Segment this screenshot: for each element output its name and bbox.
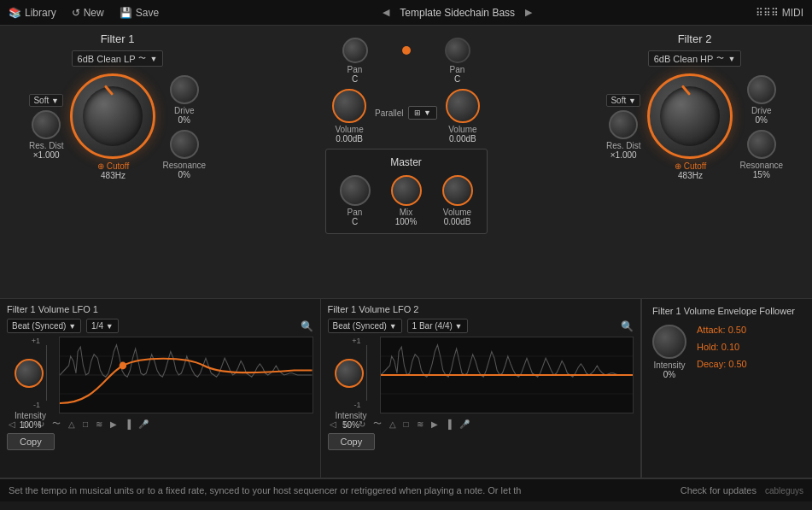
filter1-type-dropdown[interactable]: 6dB Clean LP 〜 ▼ (72, 50, 164, 67)
filter2-pan-value: C (454, 74, 460, 84)
lfo1-intensity-knob[interactable] (15, 359, 44, 388)
parallel-dropdown[interactable]: ⊞ ▼ (408, 106, 436, 120)
lfo2-triangle-icon[interactable]: △ (388, 419, 398, 430)
env-intensity-value: 0% (663, 370, 675, 379)
filter2-resonance-knob[interactable] (747, 130, 776, 159)
next-template-icon[interactable]: ▶ (525, 7, 532, 18)
env-panel: Filter 1 Volume Envelope Follower Intens… (641, 299, 812, 478)
save-label: Save (136, 7, 159, 19)
prev-template-icon[interactable]: ◀ (383, 7, 389, 18)
filter1-res-dist-label: Res. Dist (29, 141, 64, 150)
filter1-pan-knob[interactable] (342, 38, 368, 63)
filter1-right-knobs: Drive 0% Resonance 0% (162, 75, 206, 179)
lfo1-title: Filter 1 Volume LFO 1 (7, 304, 313, 314)
parallel-row: Parallel ⊞ ▼ (375, 106, 437, 120)
lfo1-magnifier-icon[interactable]: 🔍 (301, 320, 313, 332)
lfo2-time-dropdown[interactable]: 1 Bar (4/4) ▼ (407, 319, 468, 333)
lfo2-title: Filter 1 Volume LFO 2 (328, 304, 634, 314)
lfo2-waveform[interactable] (380, 337, 634, 413)
filter1-cutoff-label: Cutoff (107, 161, 130, 171)
lfo1-icons: ◁ ▷ ↻ 〜 △ □ ≋ ▶ ▐ 🎤 (7, 417, 313, 431)
filter1-res-dist-value: ×1.000 (33, 150, 60, 160)
library-button[interactable]: 📚 Library (9, 7, 56, 19)
lfo1-mode-dropdown[interactable]: Beat (Synced) ▼ (7, 319, 81, 333)
filter1-main-knob[interactable] (70, 73, 155, 159)
save-button[interactable]: 💾 Save (120, 7, 159, 19)
filter2-res-dist-knob[interactable] (609, 110, 638, 139)
lfo1-sine-icon[interactable]: 〜 (50, 417, 62, 431)
filter2-soft-dropdown[interactable]: Soft ▼ (606, 94, 640, 107)
lfo1-time-label: 1/4 (91, 321, 103, 331)
filter2-volume-knob[interactable] (446, 89, 480, 123)
lfo1-panel: Filter 1 Volume LFO 1 Beat (Synced) ▼ 1/… (0, 299, 321, 478)
lfo1-copy-button[interactable]: Copy (7, 433, 55, 450)
master-volume-group: Volume 0.00dB (442, 175, 473, 226)
lfo1-triangle-icon[interactable]: △ (67, 419, 77, 430)
filter2-pan-group: Pan C (445, 38, 470, 84)
lfo2-panel: Filter 1 Volume LFO 2 Beat (Synced) ▼ 1 … (321, 299, 642, 478)
filter1-soft-label: Soft (33, 96, 49, 105)
lfo2-square-icon[interactable]: □ (402, 419, 411, 430)
lfo1-random-icon[interactable]: ≋ (94, 419, 104, 430)
lfo2-magnifier-icon[interactable]: 🔍 (621, 320, 634, 332)
filter2-pan-knob[interactable] (445, 38, 470, 63)
env-content: Intensity 0% Attack: 0.50 Hold: 0.10 Dec… (652, 325, 802, 379)
filter2-drive-knob[interactable] (747, 75, 776, 104)
lfo2-mic-icon[interactable]: 🎤 (458, 419, 471, 430)
filter2-drive-label: Drive (751, 106, 771, 115)
library-icon: 📚 (9, 7, 21, 19)
filter1-resonance-knob[interactable] (170, 130, 199, 159)
filter1-res-dist-knob[interactable] (32, 110, 61, 139)
filter2-main-knob-inner (660, 86, 720, 146)
pan-orange-dot (402, 46, 411, 55)
filter2-res-dist-value: ×1.000 (610, 150, 637, 160)
filter2-main-knob[interactable] (647, 73, 733, 159)
filter1-volume-knob[interactable] (332, 89, 366, 123)
filter2-resonance-label: Resonance (739, 161, 783, 170)
filter2-cutoff-value: 483Hz (647, 171, 733, 180)
filter1-soft-dropdown[interactable]: Soft ▼ (29, 94, 63, 107)
filter2-type-label: 6dB Clean HP (654, 54, 714, 64)
lfo1-intensity-wrapper: +1 -1 Intensity 100% (7, 337, 54, 413)
lfo2-icons: ◁ ▷ ↻ 〜 △ □ ≋ ▶ ▐ 🎤 (328, 417, 634, 431)
check-updates-button[interactable]: Check for updates (681, 485, 757, 495)
lfo1-square-icon[interactable]: □ (81, 419, 90, 430)
lfo1-waveform[interactable] (59, 337, 313, 413)
env-intensity-knob[interactable] (652, 325, 686, 359)
filter1-title: Filter 1 (101, 32, 135, 45)
lfo2-play-icon[interactable]: ▶ (429, 419, 440, 430)
lfo1-time-dropdown[interactable]: 1/4 ▼ (86, 319, 119, 333)
lfo2-step-icon[interactable]: ▐ (444, 419, 453, 430)
lfo2-copy-button[interactable]: Copy (328, 433, 376, 450)
filter2-res-dist-label: Res. Dist (606, 141, 641, 150)
filter2-type-dropdown[interactable]: 6dB Clean HP 〜 ▼ (648, 50, 742, 67)
lfo1-scale (46, 345, 47, 401)
parallel-icon: ⊞ (414, 108, 421, 117)
filter2-volume-label: Volume (448, 125, 476, 134)
env-intensity-label: Intensity (653, 361, 685, 370)
filter2-volume-value: 0.00dB (449, 134, 476, 144)
status-bar: Set the tempo in musical units or to a f… (0, 478, 812, 501)
midi-button[interactable]: ⠿⠿⠿ MIDI (756, 7, 803, 19)
lfo2-mode-dropdown[interactable]: Beat (Synced) ▼ (328, 319, 402, 333)
filter1-drive-knob[interactable] (170, 75, 199, 104)
lfo1-play-icon[interactable]: ▶ (108, 419, 119, 430)
filter1-volume-value: 0.00dB (336, 134, 363, 144)
template-name: Template Sidechain Bass (400, 7, 515, 19)
new-button[interactable]: ↺ New (72, 7, 104, 19)
lfo2-random-icon[interactable]: ≋ (415, 419, 425, 430)
midi-label: MIDI (782, 7, 803, 19)
lfo1-mic-icon[interactable]: 🎤 (137, 419, 150, 430)
filter2-resonance-value: 15% (753, 170, 770, 179)
master-mix-knob[interactable] (391, 175, 422, 206)
master-pan-knob[interactable] (340, 175, 371, 206)
lfo2-intensity-knob[interactable] (335, 359, 364, 388)
cableguys-logo: cableguys (765, 486, 803, 495)
lfo2-sine-icon[interactable]: 〜 (371, 417, 383, 431)
lfo1-step-icon[interactable]: ▐ (123, 419, 132, 430)
lfo2-intensity-value: 50% (342, 420, 359, 430)
top-bar-left: 📚 Library ↺ New 💾 Save (9, 7, 159, 19)
env-decay: Decay: 0.50 (697, 359, 747, 369)
lfo2-plus-label: +1 (352, 337, 360, 345)
master-volume-knob[interactable] (442, 175, 473, 206)
